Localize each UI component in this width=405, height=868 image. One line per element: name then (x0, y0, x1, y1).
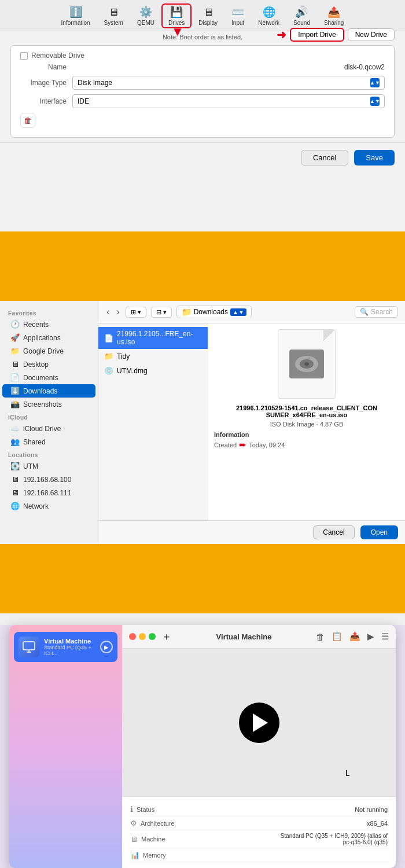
sidebar-item-shared[interactable]: 👥 Shared (2, 435, 95, 448)
google-drive-icon: 📁 (10, 347, 20, 355)
memory-label: 📊 Memory (130, 851, 166, 859)
sidebar-item-icloud-drive[interactable]: ☁️ iCloud Drive (2, 422, 95, 435)
share-vm-icon[interactable]: 📤 (349, 631, 360, 642)
file-preview: 21996.1.210529-1541.co_release_CLIENT_CO… (208, 323, 405, 520)
removable-checkbox[interactable] (20, 52, 28, 60)
grid-view-button[interactable]: ⊟ ▾ (151, 307, 172, 318)
removable-drive-row: Removable Drive (20, 52, 385, 60)
sidebar-item-utm[interactable]: 💽 UTM (2, 459, 95, 473)
information-icon: ℹ️ (69, 6, 82, 19)
page-curl (323, 330, 335, 341)
image-type-label: Image Type (20, 79, 67, 87)
preview-info-label: Information (214, 431, 249, 438)
view-icon: ⊞ (131, 308, 136, 316)
file-main: ‹ › ⊞ ▾ ⊟ ▾ 📁 Downloads ▲▼ 🔍 Search (98, 301, 405, 544)
add-vm-button[interactable]: ＋ (161, 630, 172, 643)
drives-icon: 💾 (170, 6, 183, 19)
utm-toolbar-icons: 🗑 📋 📤 ▶ ☰ (316, 631, 389, 642)
yellow-divider-2 (0, 544, 405, 613)
sidebar-item-applications[interactable]: 🚀 Applications (2, 331, 95, 344)
minimize-button[interactable] (139, 633, 146, 640)
recents-icon: 🕐 (10, 320, 20, 329)
play-vm-icon[interactable]: ▶ (367, 631, 374, 642)
qemu-icon: ⚙️ (139, 6, 152, 19)
applications-icon: 🚀 (10, 333, 20, 342)
machine-icon: 🖥 (130, 835, 138, 844)
chevron-down-icon-2: ▾ (163, 308, 167, 316)
sidebar-item-ip1[interactable]: 🖥 192.168.68.100 (2, 473, 95, 486)
info-row-status: ℹ Status Not running (130, 803, 388, 816)
sharing-icon: 📤 (327, 6, 340, 19)
toolbar-item-display[interactable]: 🖥 Display (192, 5, 224, 27)
vm-play-big-button[interactable] (239, 703, 279, 743)
toolbar-item-input[interactable]: ⌨️ Input (224, 5, 251, 27)
preview-filename: 21996.1.210529-1541.co_release_CLIENT_CO… (234, 404, 379, 418)
vm-play-button[interactable]: ▶ (100, 641, 113, 653)
file-content: 📄 21996.1.2105...FRE_en-us.iso 📁 Tidy 💿 … (98, 323, 405, 520)
sidebar-item-recents[interactable]: 🕐 Recents (2, 318, 95, 331)
back-button[interactable]: ‹ (105, 307, 111, 317)
memory-icon: 📊 (130, 851, 139, 859)
file-item-tidy[interactable]: 📁 Tidy (98, 349, 208, 363)
close-button[interactable] (129, 633, 136, 640)
created-label: Created (214, 442, 237, 448)
interface-select[interactable]: IDE ▲▼ (72, 94, 385, 108)
tidy-folder-icon: 📁 (104, 352, 113, 361)
toolbar-item-network[interactable]: 🌐 Network (251, 5, 286, 27)
sidebar-item-documents[interactable]: 📄 Documents (2, 371, 95, 384)
search-box[interactable]: 🔍 Search (355, 306, 398, 318)
image-type-select[interactable]: Disk Image ▲▼ (72, 76, 385, 90)
maximize-button[interactable] (149, 633, 156, 640)
utm-vm-section: Virtual Machine Standard PC (Q35 + ICH..… (0, 625, 405, 868)
vm-info: Virtual Machine Standard PC (Q35 + ICH..… (44, 638, 95, 656)
utm-vm-sidebar: Virtual Machine Standard PC (Q35 + ICH..… (9, 625, 122, 868)
interface-row: Interface IDE ▲▼ (20, 94, 385, 108)
toolbar-item-system[interactable]: 🖥 System (97, 5, 130, 27)
vm-content-area (122, 649, 396, 796)
toolbar-item-information[interactable]: ℹ️ Information (54, 5, 97, 27)
vm-display-icon (23, 641, 35, 653)
vm-list-item[interactable]: Virtual Machine Standard PC (Q35 + ICH..… (14, 632, 117, 662)
name-value: disk-0.qcow2 (344, 63, 385, 71)
file-item-utm-dmg[interactable]: 💿 UTM.dmg (98, 363, 208, 378)
delete-drive-button[interactable]: 🗑 (20, 113, 35, 128)
vm-desc: Standard PC (Q35 + ICH... (44, 645, 95, 656)
file-cancel-button[interactable]: Cancel (313, 525, 354, 539)
utm-main: ＋ Virtual Machine 🗑 📋 📤 ▶ ☰ (122, 625, 396, 868)
sidebar-item-ip2[interactable]: 🖥 192.168.68.111 (2, 486, 95, 499)
sidebar-item-screenshots[interactable]: 📸 Screenshots (2, 398, 95, 411)
info-row-machine: 🖥 Machine Standard PC (Q35 + ICH9, 2009)… (130, 830, 388, 848)
sidebar-item-downloads[interactable]: ⬇️ Downloads (2, 384, 95, 398)
sidebar-item-network[interactable]: 🌐 Network (2, 499, 95, 513)
file-open-button[interactable]: Open (360, 525, 398, 539)
forward-button[interactable]: › (115, 307, 120, 317)
sidebar-item-google-drive[interactable]: 📁 Google Drive (2, 344, 95, 358)
utm-dmg-icon: 💿 (104, 366, 113, 375)
cancel-button[interactable]: Cancel (301, 150, 348, 165)
more-options-icon[interactable]: ☰ (381, 631, 389, 642)
file-preview-image (278, 329, 336, 399)
preview-type: ISO Disk Image · 4.87 GB (270, 421, 344, 428)
sidebar-item-desktop[interactable]: 🖥 Desktop (2, 358, 95, 371)
clone-vm-icon[interactable]: 📋 (332, 631, 343, 642)
file-picker-dialog: Favorites 🕐 Recents 🚀 Applications 📁 Goo… (0, 301, 405, 544)
import-drive-button[interactable]: Import Drive (290, 28, 344, 42)
toolbar-item-sharing[interactable]: 📤 Sharing (317, 5, 351, 27)
preview-created-row: Created ➨ Today, 09:24 (214, 439, 285, 450)
toolbar-item-qemu[interactable]: ⚙️ QEMU (130, 5, 161, 27)
file-item-iso[interactable]: 📄 21996.1.2105...FRE_en-us.iso (98, 327, 208, 349)
red-arrow-created: ➨ (239, 439, 246, 450)
location-pill[interactable]: 📁 Downloads ▲▼ (176, 306, 252, 318)
image-type-arrow: ▲▼ (370, 78, 380, 87)
shared-icon: 👥 (10, 437, 20, 446)
delete-vm-icon[interactable]: 🗑 (316, 632, 325, 642)
save-button[interactable]: Save (354, 150, 395, 165)
arch-value: x86_64 (367, 820, 388, 827)
view-toggle-button[interactable]: ⊞ ▾ (126, 307, 146, 318)
toolbar-item-sound[interactable]: 🔊 Sound (286, 5, 317, 27)
chevron-down-icon: ▾ (138, 308, 141, 316)
new-drive-button[interactable]: New Drive (348, 28, 395, 41)
location-label: Downloads (194, 308, 228, 316)
locations-section-label: Locations (0, 448, 98, 459)
location-dropdown-arrow: ▲▼ (230, 308, 246, 316)
